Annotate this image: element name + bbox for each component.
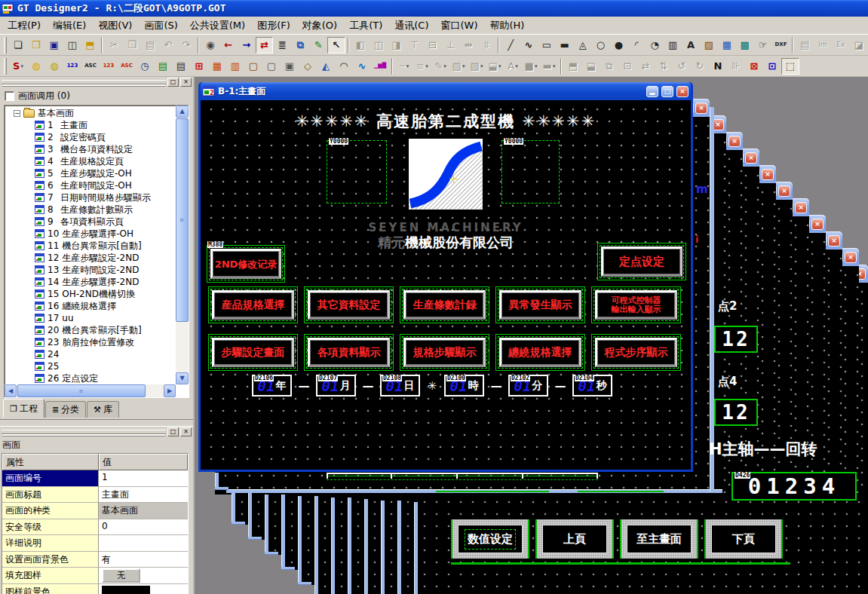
select-frame-icon[interactable]: ⊠ [745, 58, 763, 75]
menu-item[interactable]: 对象(O) [296, 17, 343, 35]
export-library-icon[interactable]: Ex [832, 37, 850, 54]
touch-key-func-icon[interactable]: ▣ [281, 58, 299, 75]
flip-vertical-icon[interactable]: ⇅ [655, 58, 673, 75]
point4-value-display[interactable]: 12 [714, 399, 758, 426]
comment-word-icon[interactable]: ▤ [172, 58, 190, 75]
可程式控制器[interactable]: 可程式控制器 輸出輸入顯示 [591, 286, 681, 323]
上頁[interactable]: 上頁 [535, 519, 614, 559]
tree-screen-item[interactable]: 15 OH-2ND機構切換 [5, 288, 175, 300]
程式步序顯示[interactable]: 程式步序顯示 [591, 334, 681, 371]
pattern-color-icon[interactable]: ▧ [468, 58, 486, 75]
menu-item[interactable]: 通讯(C) [388, 17, 434, 35]
import-dxf-icon[interactable]: DXF [772, 37, 790, 54]
property-value[interactable] [99, 584, 188, 594]
panel-float-button[interactable]: □ [167, 427, 179, 436]
库[interactable]: ⚒ 库 [87, 401, 119, 418]
draw-scale-icon[interactable]: ▥ [664, 37, 682, 54]
tree-screen-item[interactable]: 26 定点设定 [5, 372, 175, 384]
property-value[interactable]: 基本画面 [99, 503, 188, 519]
menu-item[interactable]: 画面(S) [138, 17, 183, 35]
property-value[interactable]: 1 [99, 470, 188, 487]
window-minimize-button[interactable]: ▂ [646, 86, 658, 97]
規格步驟顯示[interactable]: 規格步驟顯示 [400, 334, 489, 371]
D2106[interactable]: D2106 01年 [252, 375, 292, 397]
panel-grip[interactable] [2, 80, 166, 84]
same-width-icon[interactable]: ⇹ [459, 37, 477, 54]
scroll-left-icon[interactable]: ◀ [5, 384, 17, 397]
menu-item[interactable]: 视图(V) [92, 17, 138, 35]
parts-editor-icon[interactable]: ▩ [736, 37, 754, 54]
button-fixed-point-frame[interactable]: 定点设定 [597, 243, 686, 280]
scroll-down-icon[interactable]: ▼ [176, 372, 189, 384]
align-bottom-icon[interactable]: ⊥ [441, 37, 459, 54]
menu-item[interactable]: 工程(P) [2, 17, 47, 35]
property-value[interactable]: 主畫面 [99, 487, 188, 504]
纏繞規格選擇[interactable]: 纏繞規格選擇 [495, 334, 585, 371]
tree-screen-item[interactable]: 1 主畫面 [5, 119, 175, 131]
scroll-right-icon[interactable]: ▶ [164, 384, 176, 397]
new-screen-icon[interactable]: ❏ [9, 37, 27, 54]
draw-polyline-icon[interactable]: ∿ [520, 37, 538, 54]
menu-item[interactable]: 公共设置(M) [184, 17, 251, 35]
tree-screen-item[interactable]: 13 生産時間設定-2ND [5, 264, 175, 276]
draw-arc-icon[interactable]: ◜ [627, 37, 646, 54]
open-project-icon[interactable]: ❒ [27, 37, 45, 54]
align-left-icon[interactable]: ◧ [351, 37, 370, 54]
preview-icon[interactable]: ◉ [201, 37, 219, 54]
next-screen-icon[interactable]: → [238, 37, 256, 54]
property-value[interactable]: 无 [99, 568, 188, 584]
cut-icon[interactable]: ✂ [105, 37, 123, 54]
至主畫面[interactable]: 至主畫面 [620, 519, 698, 559]
draw-sector-icon[interactable]: ◔ [646, 37, 664, 54]
project-folder-icon[interactable]: ⬒ [81, 37, 100, 54]
其它資料設定[interactable]: 其它資料設定 [304, 286, 394, 323]
object-color-icon[interactable]: ■ [522, 58, 540, 75]
previous-screen-icon[interactable]: ← [219, 37, 238, 54]
生産條數計録[interactable]: 生産條數計録 [400, 286, 489, 323]
panel-close-button[interactable]: × [180, 427, 192, 436]
window-close-button[interactable]: × [745, 152, 757, 164]
menu-item[interactable]: 帮助(H) [484, 17, 531, 35]
tree-screen-item[interactable]: 11 機台異常顯示[自動] [5, 240, 175, 252]
save-project-icon[interactable]: ▣ [45, 37, 63, 54]
alarm-list-system-icon[interactable]: ▥ [226, 58, 244, 75]
property-value[interactable]: 有 [99, 552, 188, 568]
edit-vertex-icon[interactable]: N [709, 58, 727, 75]
text-color-icon[interactable]: A [504, 58, 522, 75]
D2102[interactable]: D2102 01分 [508, 375, 548, 397]
screen-canvas[interactable]: ✳✳✳✳✳ 高速胎第二成型機 ✳✳✳✳✳ Y0000 Y0000 [201, 100, 691, 470]
tree-screen-item[interactable]: 24 [5, 348, 175, 360]
tree-screen-item[interactable]: 20 機台異常顯示[手動] [5, 324, 175, 336]
capture-icon[interactable]: ◪ [850, 37, 868, 54]
alarm-list-user-icon[interactable]: ▦ [208, 58, 226, 75]
window-titlebar[interactable]: 2 B-1:主畫面 ▂ □ × [201, 82, 691, 100]
draw-polygon-icon[interactable]: ◬ [574, 37, 592, 54]
line-color-icon[interactable]: ✎ [431, 58, 449, 75]
select-mode-icon[interactable]: ⬚ [781, 58, 799, 75]
tree-folder-basic-screens[interactable]: − 基本画面 [5, 107, 175, 119]
project-panel-titlebar[interactable]: □ × [0, 77, 193, 87]
scrollbar-thumb[interactable]: ≡ [176, 118, 189, 322]
D2108[interactable]: D2108 01日 [380, 375, 420, 397]
draw-line-icon[interactable]: ╱ [501, 37, 520, 54]
tree-screen-item[interactable]: 10 生産步驟選擇-OH [5, 228, 175, 240]
window-close-button[interactable]: × [762, 169, 774, 180]
line-width-icon[interactable]: ≡ [413, 58, 431, 75]
time-display-icon[interactable]: ASC [118, 58, 136, 75]
date-display-icon[interactable]: 123 [100, 58, 118, 75]
select-cursor-icon[interactable]: ↖ [327, 37, 345, 54]
D2104[interactable]: D2104 01秒 [572, 375, 612, 397]
lamp-word-icon[interactable]: ◍ [45, 58, 63, 75]
properties-panel-titlebar[interactable]: □ × [0, 427, 193, 436]
bring-to-front-icon[interactable]: ⬒ [564, 58, 582, 75]
window-close-button[interactable]: × [676, 86, 689, 97]
copy-icon[interactable]: ❐ [123, 37, 141, 54]
screen-property-icon[interactable]: ◫ [63, 37, 81, 54]
toolbar-handle[interactable] [4, 37, 7, 54]
draw-pencil-icon[interactable]: ✎ [309, 37, 327, 54]
screen-switch-icon[interactable]: ⇄ [256, 37, 274, 54]
toolbar-handle[interactable] [4, 58, 7, 75]
panel-float-button[interactable]: □ [167, 78, 179, 87]
insert-image-icon[interactable]: ▦ [718, 37, 736, 54]
draw-filled-rectangle-icon[interactable]: ▬ [556, 37, 574, 54]
